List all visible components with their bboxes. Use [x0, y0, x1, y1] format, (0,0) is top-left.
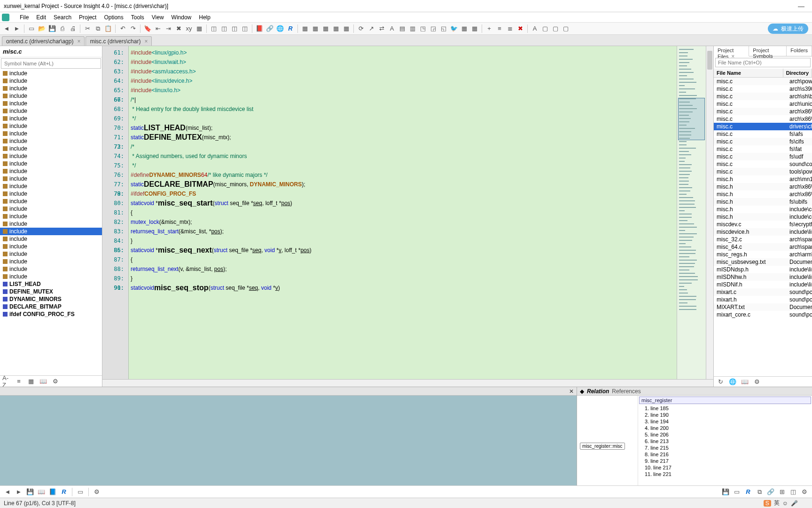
del-icon[interactable]: ✖ [515, 24, 525, 33]
boxc-icon[interactable]: ▢ [551, 24, 560, 33]
symbol-item[interactable]: include [0, 152, 102, 160]
window-minimize[interactable]: — [794, 2, 808, 10]
symbol-item[interactable]: DECLARE_BITMAP [0, 303, 102, 310]
globe-icon[interactable]: 🌐 [275, 24, 285, 33]
file-row[interactable]: misc_64.carch\sparc [714, 243, 812, 251]
symbol-item[interactable]: LIST_HEAD [0, 280, 102, 288]
code-icon[interactable]: xy [184, 24, 194, 33]
sort-az-icon[interactable]: A-Z [2, 377, 11, 386]
print-icon[interactable]: 🖨 [68, 24, 78, 33]
file-row[interactable]: misc.harch\mn10 [714, 175, 812, 183]
rel-gear-icon[interactable]: ⚙ [800, 487, 809, 497]
relation-line[interactable]: 6. line 213 [638, 438, 812, 444]
ref2-icon[interactable]: R [59, 487, 69, 497]
relation-line[interactable]: 9. line 217 [638, 458, 812, 464]
rel-ref-icon[interactable]: R [743, 487, 753, 497]
symbol-item[interactable]: include [0, 250, 102, 258]
rel-copy-icon[interactable]: ⧉ [755, 487, 764, 497]
minimap[interactable] [677, 46, 706, 379]
symbol-item[interactable]: include [0, 160, 102, 167]
nav3-icon[interactable]: ⇄ [377, 24, 386, 33]
menu-view[interactable]: View [148, 13, 168, 22]
win2-icon[interactable]: ◫ [219, 24, 229, 33]
nav1-icon[interactable]: ⟳ [356, 24, 366, 33]
ime-mic-icon[interactable]: 🎤 [791, 500, 798, 507]
symbol-item[interactable]: include [0, 115, 102, 122]
symbol-item[interactable]: include [0, 235, 102, 243]
relation-line[interactable]: 7. line 215 [638, 444, 812, 451]
nav6-icon[interactable]: ▥ [408, 24, 417, 33]
file-row[interactable]: misc.cfs\cifs [714, 138, 812, 145]
file-row[interactable]: misc.carch\unico [714, 100, 812, 108]
project-tab[interactable]: Project Symbols [749, 46, 787, 56]
cut-icon[interactable]: ✂ [83, 24, 92, 33]
close-icon[interactable]: ✕ [569, 388, 574, 395]
file-row[interactable]: misc.hinclude\co [714, 206, 812, 213]
paste-icon[interactable]: 📋 [103, 24, 113, 33]
relation-header[interactable]: misc_register [639, 397, 811, 404]
ime-lang[interactable]: 英 [774, 499, 780, 507]
symbol-item[interactable]: include [0, 273, 102, 280]
file-row[interactable]: mISDNdsp.hinclude\lin [714, 266, 812, 273]
ime-emoji-icon[interactable]: ☺ [782, 500, 788, 507]
doc-icon[interactable]: ▭ [76, 487, 85, 497]
file-row[interactable]: misc_32.carch\sparc [714, 236, 812, 243]
bookmark-icon[interactable]: 🔖 [143, 24, 152, 33]
relation-line[interactable]: 5. line 206 [638, 431, 812, 438]
redo-icon[interactable]: ↷ [128, 24, 138, 33]
grid-icon[interactable]: ▦ [460, 24, 469, 33]
menu-window[interactable]: Window [168, 13, 195, 22]
back-icon[interactable]: ◄ [2, 24, 11, 33]
symbol-item[interactable]: include [0, 175, 102, 183]
panel3-icon[interactable]: ▦ [321, 24, 330, 33]
forward-icon[interactable]: ► [12, 24, 22, 33]
file-row[interactable]: miscdevice.hinclude\lin [714, 228, 812, 236]
minimap-viewport[interactable] [678, 98, 705, 140]
relation-line[interactable]: 4. line 200 [638, 425, 812, 431]
vertical-scrollbar[interactable] [706, 46, 713, 379]
relation-lines[interactable]: misc_register 1. line 1852. line 1903. l… [638, 396, 812, 485]
relation-line[interactable]: 1. line 185 [638, 405, 812, 412]
list-view-icon[interactable]: ≡ [14, 377, 23, 386]
symbol-item[interactable]: include [0, 130, 102, 137]
symbol-item[interactable]: include [0, 122, 102, 130]
symbol-item[interactable]: include [0, 100, 102, 107]
panel4-icon[interactable]: ▦ [331, 24, 341, 33]
rel-doc-icon[interactable]: ▭ [732, 487, 742, 497]
project-tab[interactable]: Project Files × [714, 46, 749, 56]
ime-brand-icon[interactable]: S [764, 500, 771, 507]
globe2-icon[interactable]: 🌐 [728, 377, 737, 387]
symbol-item[interactable]: include [0, 85, 102, 92]
symbol-item[interactable]: include [0, 258, 102, 265]
ime-indicator[interactable]: S 英 ☺ 🎤 [764, 499, 798, 507]
book4-icon[interactable]: 📘 [48, 487, 57, 497]
symbol-item[interactable]: include [0, 198, 102, 205]
file-row[interactable]: mixart_core.csound\pci\ [714, 311, 812, 318]
book3-icon[interactable]: 📖 [37, 487, 46, 497]
file-row[interactable]: misc.cfs\fat [714, 145, 812, 153]
refresh-icon[interactable]: ↻ [716, 377, 725, 387]
grid-view-icon[interactable]: ▦ [26, 377, 36, 386]
project-tab[interactable]: Folders [787, 46, 812, 56]
file-row[interactable]: misc_regs.harch\arm\ [714, 251, 812, 258]
gear-icon[interactable]: ⚙ [51, 377, 60, 386]
file-row[interactable]: misc.carch\sh\bo [714, 93, 812, 100]
symbol-name-input[interactable] [1, 58, 101, 69]
code-editor[interactable]: 61:#include <linux/gpio.h>62:#include <l… [102, 46, 677, 379]
relation-line[interactable]: 8. line 216 [638, 451, 812, 458]
relation-line[interactable]: 11. line 221 [638, 471, 812, 477]
menu-options[interactable]: Options [100, 13, 127, 22]
grid2-icon[interactable]: ▦ [470, 24, 479, 33]
file-list[interactable]: misc.carch\powemisc.carch\s390\misc.carc… [714, 78, 812, 376]
file-row[interactable]: mixart.hsound\pci\ [714, 296, 812, 303]
win3-icon[interactable]: ◫ [230, 24, 239, 33]
new-file-icon[interactable]: ▭ [27, 24, 36, 33]
bookmark-clear-icon[interactable]: ✖ [174, 24, 183, 33]
file-row[interactable]: misc.cfs\afs [714, 130, 812, 138]
bookmark-prev-icon[interactable]: ⇤ [153, 24, 163, 33]
list-icon[interactable]: ≡ [495, 24, 504, 33]
copy-icon[interactable]: ⧉ [93, 24, 102, 33]
nav5-icon[interactable]: ▤ [398, 24, 407, 33]
save-all-icon[interactable]: ⎙ [58, 24, 67, 33]
boxa-icon[interactable]: A [530, 24, 539, 33]
